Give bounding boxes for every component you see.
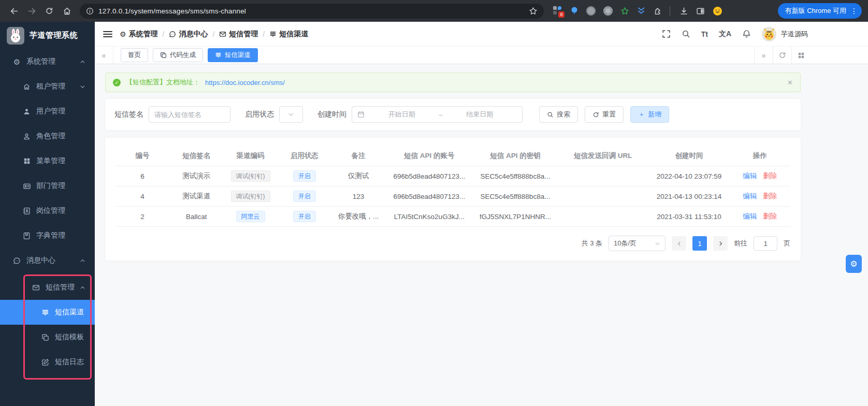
sidebar-item-sms-channel[interactable]: 短信渠道 <box>0 300 95 325</box>
delete-link[interactable]: 删除 <box>763 212 777 220</box>
page-number-current[interactable]: 1 <box>692 236 707 251</box>
sidebar-menu: ⚙ 系统管理 租户管理 用户管理 角色管理 菜单管理 <box>0 49 95 374</box>
success-check-icon: ✓ <box>113 79 121 86</box>
start-date-placeholder[interactable]: 开始日期 <box>365 110 439 119</box>
forward-icon[interactable] <box>24 3 39 19</box>
col-created: 创建时间 <box>648 151 729 161</box>
mail-icon <box>219 31 226 38</box>
channel-tag: 阿里云 <box>236 211 265 222</box>
scroll-tabs-right-icon[interactable]: » <box>754 47 773 64</box>
sidebar-item-role-management[interactable]: 角色管理 <box>0 124 95 149</box>
site-info-icon[interactable] <box>86 7 94 15</box>
col-signature: 短信签名 <box>169 151 223 161</box>
reset-button[interactable]: 重置 <box>585 106 624 123</box>
balloon-extension-icon[interactable] <box>570 6 578 16</box>
page-content: ✓ 【短信配置】文档地址： https://doc.iocoder.cn/sms… <box>95 64 868 406</box>
status-select[interactable] <box>279 106 303 123</box>
back-icon[interactable] <box>6 3 22 19</box>
browser-action-icons <box>679 6 722 16</box>
tab-layout-grid-icon[interactable] <box>791 47 810 64</box>
notification-bell-icon[interactable] <box>742 30 751 38</box>
breadcrumb-system-management[interactable]: ⚙ 系统管理 <box>120 30 158 39</box>
delete-link[interactable]: 删除 <box>763 172 777 180</box>
channel-tag: 调试(钉钉) <box>231 170 270 182</box>
prev-page-button[interactable] <box>672 236 686 251</box>
browser-menu-icon[interactable]: ⋮ <box>850 7 858 15</box>
doc-link[interactable]: https://doc.iocoder.cn/sms/ <box>205 79 285 86</box>
home-icon[interactable] <box>59 3 75 19</box>
search-button[interactable]: 搜索 <box>539 106 578 123</box>
reload-icon[interactable] <box>41 3 57 19</box>
date-range-picker[interactable]: 开始日期 – 结束日期 <box>352 106 523 123</box>
close-icon[interactable]: ✕ <box>787 79 793 86</box>
next-page-button[interactable] <box>713 236 728 251</box>
sidebar-item-menu-management[interactable]: 菜单管理 <box>0 149 95 173</box>
table-row: 2 Ballcat 阿里云 开启 你要改哦，... LTAI5tCnKso2uG… <box>115 207 790 227</box>
sphere-extension-icon[interactable] <box>586 6 596 16</box>
extensions-puzzle-icon[interactable] <box>653 7 662 16</box>
downloads-icon[interactable] <box>679 7 688 16</box>
address-bar[interactable]: 127.0.0.1/system/messages/sms/sms-channe… <box>80 4 544 19</box>
sms-channel-icon <box>215 52 222 59</box>
sidebar-item-system-management[interactable]: ⚙ 系统管理 <box>0 49 95 74</box>
goto-page-input[interactable] <box>754 236 777 251</box>
search-icon <box>547 111 554 118</box>
breadcrumb: ⚙ 系统管理 / 消息中心 / 短信管理 / 短信渠道 <box>120 30 308 39</box>
breadcrumb-sms-management[interactable]: 短信管理 <box>219 30 258 39</box>
tab-sms-channel[interactable]: 短信渠道 <box>208 48 258 62</box>
tab-code-generation[interactable]: 代码生成 <box>153 48 203 62</box>
signature-label: 短信签名 <box>114 110 143 119</box>
edit-link[interactable]: 编辑 <box>743 172 757 180</box>
add-button[interactable]: ＋ 新增 <box>630 106 669 123</box>
sidebar-item-dict-management[interactable]: 字典管理 <box>0 223 95 248</box>
sidebar-collapse-icon[interactable] <box>103 31 112 37</box>
edit-link[interactable]: 编辑 <box>743 192 757 200</box>
sidebar-item-department-management[interactable]: 部门管理 <box>0 173 95 198</box>
username-label[interactable]: 芋道源码 <box>781 30 808 39</box>
split-screen-icon[interactable] <box>696 7 705 16</box>
delete-link[interactable]: 删除 <box>763 192 777 200</box>
signature-input[interactable] <box>149 106 230 123</box>
sidebar-item-sms-log[interactable]: 短信日志 <box>0 350 95 374</box>
chevron-up-icon <box>80 258 85 264</box>
sidebar-item-sms-management[interactable]: 短信管理 <box>0 275 95 300</box>
sidebar-item-user-management[interactable]: 用户管理 <box>0 99 95 124</box>
app-logo-row[interactable]: 芋道管理系统 <box>0 22 95 49</box>
user-icon <box>22 108 31 115</box>
refresh-tab-icon[interactable] <box>773 47 791 64</box>
pixel-extension-icon[interactable]: 8 <box>553 6 562 16</box>
sidebar-item-sms-template[interactable]: 短信模板 <box>0 325 95 350</box>
sidebar-item-message-center[interactable]: 消息中心 <box>0 248 95 273</box>
end-date-placeholder[interactable]: 结束日期 <box>443 110 517 119</box>
fullscreen-icon[interactable] <box>662 30 671 38</box>
search-icon[interactable] <box>682 30 690 38</box>
toolbar-divider <box>670 6 670 16</box>
language-icon[interactable]: 文A <box>719 30 731 39</box>
ring-extension-icon[interactable] <box>603 6 613 16</box>
channel-tag: 调试(钉钉) <box>231 191 270 202</box>
sidebar: 芋道管理系统 ⚙ 系统管理 租户管理 用户管理 角色管理 <box>0 22 95 406</box>
breadcrumb-message-center[interactable]: 消息中心 <box>169 30 208 39</box>
refresh-icon <box>592 111 599 118</box>
search-form: 短信签名 启用状态 创建时间 开始日期 – 结束日期 搜索 重置 <box>105 99 801 130</box>
tab-home[interactable]: 首页 <box>121 48 148 62</box>
breadcrumb-sms-channel[interactable]: 短信渠道 <box>269 30 308 39</box>
bookmark-star-icon[interactable] <box>529 7 538 16</box>
settings-drawer-gear-icon[interactable]: ⚙ <box>846 255 862 273</box>
page-size-select[interactable]: 10条/页 <box>609 236 666 251</box>
chrome-update-button[interactable]: 有新版 Chrome 可用 ⋮ <box>778 3 862 19</box>
user-avatar[interactable] <box>762 27 776 41</box>
scroll-tabs-left-icon[interactable]: « <box>95 47 113 64</box>
table-row: 4 测试渠道 调试(钉钉) 开启 123 696b5d8ead4807123..… <box>115 186 790 207</box>
chevron-down-icon <box>80 84 85 90</box>
font-size-icon[interactable]: Tt <box>701 30 708 38</box>
sidebar-item-tenant-management[interactable]: 租户管理 <box>0 74 95 99</box>
edit-link[interactable]: 编辑 <box>743 212 757 220</box>
green-star-extension-icon[interactable] <box>620 7 629 16</box>
sidebar-item-post-management[interactable]: 岗位管理 <box>0 198 95 223</box>
double-chevron-extension-icon[interactable] <box>637 7 645 15</box>
col-channel-code: 渠道编码 <box>223 151 277 161</box>
sms-channel-icon <box>41 309 50 316</box>
status-badge: 开启 <box>293 211 316 222</box>
profile-emoji-icon[interactable] <box>713 6 722 16</box>
